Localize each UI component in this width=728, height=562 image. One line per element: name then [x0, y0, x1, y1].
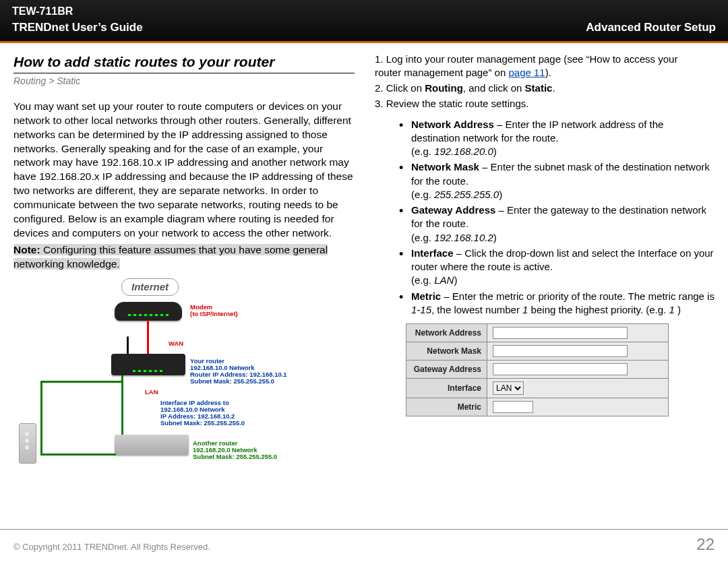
note-lead: Note:	[13, 244, 40, 255]
row-label-interface: Interface	[406, 379, 487, 398]
bullet-network-mask: Network Mask – Enter the subnet mask of …	[399, 160, 715, 201]
table-row: Gateway Address	[406, 361, 669, 379]
modem-icon	[115, 302, 182, 321]
table-row: Network Mask	[406, 342, 669, 361]
page-link[interactable]: page 11	[508, 67, 545, 78]
page-footer: © Copyright 2011 TRENDnet. All Rights Re…	[0, 529, 728, 555]
steps: 1. Log into your router management page …	[375, 53, 715, 111]
table-row: Interface LAN	[406, 379, 669, 398]
wire-switch-h	[40, 454, 116, 456]
right-column: 1. Log into your router management page …	[373, 53, 715, 480]
intro-paragraph: You may want set up your router to route…	[13, 100, 355, 241]
bullet-gateway-address: Gateway Address – Enter the gateway to t…	[399, 204, 715, 245]
network-address-input[interactable]	[493, 327, 628, 339]
page-number: 22	[696, 534, 715, 555]
bullet-metric: Metric – Enter the metric or priority of…	[399, 290, 715, 317]
table-row: Metric	[406, 398, 669, 416]
computer-icon	[19, 423, 36, 464]
network-mask-input[interactable]	[493, 345, 628, 357]
yr-mask: Subnet Mask: 255.255.255.0	[190, 378, 274, 385]
note-rest: Configuring this feature assumes that yo…	[40, 244, 328, 255]
step-2: 2. Click on Routing, and click on Static…	[375, 82, 715, 95]
section-title: How to add static routes to your router	[13, 53, 355, 73]
param-bullets: Network Address – Enter the IP network a…	[399, 118, 715, 317]
note-line2: networking knowledge.	[13, 258, 120, 270]
row-label-network-address: Network Address	[406, 324, 487, 342]
note-line: Note: Configuring this feature assumes t…	[13, 243, 355, 272]
wire-wan	[147, 320, 149, 354]
step-1: 1. Log into your router management page …	[375, 53, 715, 80]
wire-lan-h	[40, 381, 123, 383]
wire-lan-to-switch-r	[121, 381, 123, 435]
left-column: How to add static routes to your router …	[13, 53, 355, 480]
page-header: TEW-711BR TRENDnet User’s Guide Advanced…	[0, 0, 728, 43]
copyright: © Copyright 2011 TRENDnet. All Rights Re…	[13, 541, 210, 553]
row-label-gateway-address: Gateway Address	[406, 361, 487, 379]
gateway-address-input[interactable]	[493, 363, 628, 375]
bullet-network-address: Network Address – Enter the IP network a…	[399, 118, 715, 159]
an-mask: Subnet Mask: 255.255.255.0	[193, 454, 277, 460]
static-route-table: Network Address Network Mask Gateway Add…	[406, 323, 669, 416]
guide-title: TRENDnet User’s Guide	[12, 20, 143, 36]
iface4: Subnet Mask: 255.255.255.0	[160, 420, 245, 427]
internet-label: Internet	[121, 278, 179, 296]
header-section: Advanced Router Setup	[586, 20, 716, 36]
breadcrumb: Routing > Static	[13, 75, 355, 88]
bullet-interface: Interface – Click the drop-down list and…	[399, 247, 715, 288]
lan-label: LAN	[145, 389, 158, 396]
wire-lan-to-switch-l	[40, 381, 42, 455]
row-label-network-mask: Network Mask	[406, 342, 487, 361]
table-row: Network Address	[406, 324, 669, 342]
step-3: 3. Review the static route settings.	[375, 97, 715, 111]
model-code: TEW-711BR	[12, 4, 143, 19]
modem-label-2: (to ISP/Internet)	[190, 311, 238, 317]
wan-label: WAN	[169, 340, 183, 347]
row-label-metric: Metric	[406, 398, 487, 416]
metric-input[interactable]	[493, 401, 533, 413]
interface-select[interactable]: LAN	[493, 381, 524, 395]
router-icon	[111, 354, 185, 375]
network-diagram: Internet Modem (to ISP/Internet) WAN You…	[13, 278, 297, 480]
another-router-icon	[115, 435, 189, 455]
